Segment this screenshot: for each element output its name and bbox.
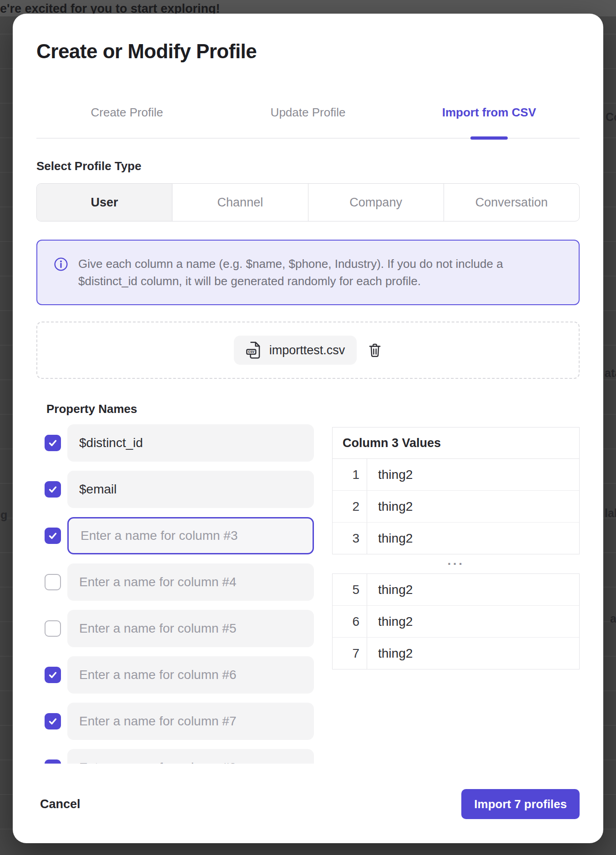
table-row: 1 thing2 — [333, 459, 579, 491]
check-icon — [47, 484, 58, 495]
row-value: thing2 — [367, 459, 579, 490]
info-banner-line1: Give each column a name (e.g. $name, $ph… — [78, 255, 503, 272]
column-3-checkbox[interactable] — [45, 528, 61, 544]
column-values-table-top: Column 3 Values 1 thing2 2 thing2 3 thin… — [332, 427, 580, 554]
info-banner: Give each column a name (e.g. $name, $ph… — [36, 240, 580, 305]
cancel-button[interactable]: Cancel — [36, 797, 81, 811]
row-value: thing2 — [367, 491, 579, 522]
import-profiles-button[interactable]: Import 7 profiles — [461, 789, 580, 819]
background-fragment: a — [610, 612, 616, 625]
modal-title: Create or Modify Profile — [36, 40, 580, 63]
table-row: 6 thing2 — [333, 606, 579, 638]
tab-create-profile[interactable]: Create Profile — [36, 105, 217, 138]
check-icon — [47, 530, 58, 541]
svg-text:csv: csv — [248, 349, 254, 354]
background-fragment: g — [0, 508, 7, 522]
row-number: 2 — [333, 491, 367, 522]
create-or-modify-profile-modal: Create or Modify Profile Create Profile … — [13, 14, 603, 843]
check-icon — [47, 669, 58, 680]
column-4-name-input[interactable] — [67, 563, 314, 601]
select-profile-type-label: Select Profile Type — [36, 159, 580, 173]
row-number: 1 — [333, 459, 367, 490]
row-value: thing2 — [367, 606, 579, 637]
tab-update-profile[interactable]: Update Profile — [217, 105, 399, 138]
csv-file-icon: csv — [246, 341, 262, 359]
uploaded-file-chip: csv importtest.csv — [234, 336, 357, 365]
check-icon — [47, 438, 58, 448]
background-fragment: Col — [606, 111, 616, 124]
column-2-name-input[interactable] — [67, 471, 314, 508]
tab-bar: Create Profile Update Profile Import fro… — [36, 105, 580, 139]
background-fragment: ata — [605, 367, 616, 380]
property-names-label: Property Names — [46, 402, 580, 416]
info-banner-text: Give each column a name (e.g. $name, $ph… — [78, 255, 503, 290]
table-row: 2 thing2 — [333, 491, 579, 523]
profile-type-channel[interactable]: Channel — [172, 184, 308, 221]
column-1-checkbox[interactable] — [45, 435, 61, 451]
column-7-checkbox[interactable] — [45, 713, 61, 729]
row-value: thing2 — [367, 523, 579, 554]
row-number: 6 — [333, 606, 367, 637]
row-number: 7 — [333, 638, 367, 669]
csv-upload-dropzone[interactable]: csv importtest.csv — [36, 322, 580, 379]
profile-type-user[interactable]: User — [37, 184, 172, 221]
table-ellipsis: ··· — [332, 554, 580, 573]
property-row-8 — [36, 749, 314, 764]
property-row-1 — [36, 424, 314, 462]
property-row-5 — [36, 610, 314, 647]
property-row-2 — [36, 471, 314, 508]
screen: e're excited for you to start exploring!… — [0, 0, 616, 855]
profile-type-company[interactable]: Company — [308, 184, 444, 221]
background-fragment: lab — [605, 507, 616, 520]
column-4-checkbox[interactable] — [45, 574, 61, 590]
check-icon — [47, 716, 58, 727]
modal-footer: Cancel Import 7 profiles — [36, 789, 580, 819]
column-values-header: Column 3 Values — [333, 428, 579, 459]
table-row: 5 thing2 — [333, 574, 579, 606]
table-row: 3 thing2 — [333, 523, 579, 554]
column-3-name-input[interactable] — [67, 517, 314, 554]
column-1-name-input[interactable] — [67, 424, 314, 462]
property-row-3 — [36, 517, 314, 554]
property-names-list — [36, 424, 314, 764]
check-icon — [47, 762, 58, 764]
property-row-7 — [36, 703, 314, 740]
column-6-name-input[interactable] — [67, 656, 314, 694]
profile-type-conversation[interactable]: Conversation — [444, 184, 579, 221]
row-number: 3 — [333, 523, 367, 554]
row-value: thing2 — [367, 638, 579, 669]
row-number: 5 — [333, 574, 367, 605]
table-row: 7 thing2 — [333, 638, 579, 669]
info-icon — [54, 257, 68, 272]
profile-type-selector: User Channel Company Conversation — [36, 183, 580, 221]
uploaded-file-name: importtest.csv — [269, 343, 345, 357]
info-banner-line2: $distinct_id column, it will be generate… — [78, 272, 503, 290]
remove-file-button[interactable] — [368, 342, 382, 358]
property-row-4 — [36, 563, 314, 601]
column-8-name-input[interactable] — [67, 749, 314, 764]
column-5-name-input[interactable] — [67, 610, 314, 647]
column-values-preview: Column 3 Values 1 thing2 2 thing2 3 thin… — [332, 424, 580, 764]
column-5-checkbox[interactable] — [45, 620, 61, 637]
column-values-table-bottom: 5 thing2 6 thing2 7 thing2 — [332, 573, 580, 669]
column-2-checkbox[interactable] — [45, 481, 61, 498]
tab-import-from-csv[interactable]: Import from CSV — [399, 105, 580, 138]
row-value: thing2 — [367, 574, 579, 605]
column-8-checkbox[interactable] — [45, 759, 61, 764]
column-7-name-input[interactable] — [67, 703, 314, 740]
import-mapping-area: Column 3 Values 1 thing2 2 thing2 3 thin… — [36, 424, 580, 764]
property-row-6 — [36, 656, 314, 694]
trash-icon — [368, 342, 382, 358]
column-6-checkbox[interactable] — [45, 667, 61, 683]
